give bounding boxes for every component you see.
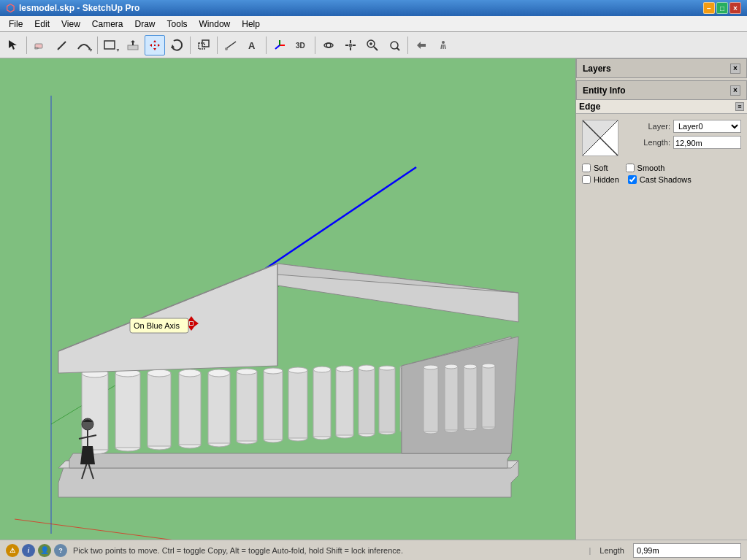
smooth-label: Smooth <box>637 164 665 172</box>
svg-line-88 <box>58 264 277 351</box>
pencil-tool-button[interactable] <box>52 35 72 55</box>
svg-rect-17 <box>199 43 204 49</box>
pan-tool-button[interactable] <box>340 35 361 55</box>
svg-point-70 <box>313 367 331 372</box>
window-title: lesmodel.skp - SketchUp Pro <box>19 3 139 13</box>
measurement-label: Length <box>599 546 624 555</box>
svg-marker-111 <box>184 320 189 327</box>
info-icon[interactable]: i <box>22 544 35 557</box>
svg-text:3D: 3D <box>296 42 305 50</box>
svg-point-44 <box>82 445 108 454</box>
svg-rect-57 <box>208 373 230 443</box>
hidden-checkbox[interactable] <box>582 175 591 184</box>
zoom-extents-button[interactable] <box>384 35 405 55</box>
scale-tool-button[interactable] <box>194 35 214 55</box>
menu-bar: File Edit View Camera Draw Tools Window … <box>0 16 747 32</box>
svg-point-93 <box>424 365 438 369</box>
rotate-tool-button[interactable] <box>166 35 187 55</box>
svg-point-77 <box>379 430 395 434</box>
edge-scroll-button[interactable]: ≡ <box>735 102 744 111</box>
menu-camera[interactable]: Camera <box>86 18 129 31</box>
svg-line-107 <box>88 461 93 479</box>
svg-point-49 <box>115 369 140 377</box>
svg-text:On Blue Axis: On Blue Axis <box>134 321 180 330</box>
warning-icon[interactable]: ⚠ <box>6 544 19 557</box>
menu-file[interactable]: File <box>3 18 28 31</box>
smooth-checkbox[interactable] <box>626 164 635 172</box>
svg-point-73 <box>336 366 353 372</box>
svg-point-53 <box>179 441 201 448</box>
svg-point-27 <box>326 43 331 47</box>
3dtext-tool-button[interactable]: 3D <box>291 35 312 55</box>
help-icon[interactable]: ? <box>54 544 67 557</box>
svg-marker-85 <box>58 264 518 351</box>
svg-point-20 <box>225 47 228 50</box>
svg-text:▼: ▼ <box>115 47 119 52</box>
entity-info-header[interactable]: Entity Info × <box>576 81 747 100</box>
svg-rect-54 <box>179 373 201 445</box>
svg-line-106 <box>82 461 88 479</box>
close-button[interactable]: × <box>729 2 741 14</box>
cast-shadows-checkbox[interactable] <box>628 175 637 184</box>
svg-point-55 <box>179 369 201 377</box>
menu-edit[interactable]: Edit <box>28 18 55 31</box>
menu-window[interactable]: Window <box>194 18 237 31</box>
svg-point-59 <box>237 438 257 444</box>
menu-help[interactable]: Help <box>236 18 266 31</box>
length-value[interactable]: 12,90m <box>673 136 741 149</box>
prev-view-button[interactable] <box>411 35 432 55</box>
pushpull-tool-button[interactable] <box>123 35 143 55</box>
entity-info-close[interactable]: × <box>730 85 740 96</box>
arc-tool-dropdown[interactable]: ▼ <box>74 35 94 55</box>
menu-view[interactable]: View <box>55 18 86 31</box>
temple-scene: On Blue Axis <box>0 58 575 540</box>
svg-rect-95 <box>445 367 458 430</box>
menu-tools[interactable]: Tools <box>161 18 194 31</box>
title-bar: ⬡ lesmodel.skp - SketchUp Pro − □ × <box>0 0 747 16</box>
layers-panel-close[interactable]: × <box>730 64 740 74</box>
layer-select[interactable]: Layer0 <box>673 120 741 133</box>
svg-line-116 <box>583 120 618 156</box>
svg-line-39 <box>15 519 402 540</box>
title-bar-left: ⬡ lesmodel.skp - SketchUp Pro <box>6 2 139 14</box>
text-tool-button[interactable]: A <box>242 35 263 55</box>
svg-marker-90 <box>402 337 518 453</box>
svg-rect-15 <box>154 45 156 46</box>
svg-rect-98 <box>464 367 477 429</box>
menu-draw[interactable]: Draw <box>129 18 161 31</box>
select-tool-button[interactable] <box>3 35 23 55</box>
soft-checkbox[interactable] <box>582 164 591 172</box>
svg-marker-10 <box>131 40 135 42</box>
title-bar-controls: − □ × <box>703 2 741 14</box>
svg-rect-81 <box>400 367 415 431</box>
toolbar-sep-4 <box>217 37 218 54</box>
svg-marker-87 <box>58 264 277 373</box>
soft-label: Soft <box>594 164 608 172</box>
length-label: Length: <box>630 138 670 147</box>
move-tool-button[interactable] <box>145 35 165 55</box>
soft-smooth-row: Soft Smooth <box>579 162 744 174</box>
svg-line-34 <box>397 47 399 50</box>
svg-point-100 <box>482 425 495 429</box>
walkthrough-button[interactable] <box>433 35 453 55</box>
eraser-tool-button[interactable]: ✏ <box>30 35 50 55</box>
svg-line-86 <box>197 167 416 315</box>
measurement-input[interactable] <box>633 543 741 558</box>
svg-point-36 <box>442 41 445 44</box>
status-icons: ⚠ i 👤 ? <box>6 544 67 557</box>
tape-tool-button[interactable] <box>221 35 241 55</box>
user-icon[interactable]: 👤 <box>38 544 51 557</box>
main-area: On Blue Axis Layers × Entity Info × Edge… <box>0 58 747 540</box>
svg-point-65 <box>288 435 307 441</box>
axes-tool-button[interactable] <box>269 35 290 55</box>
orbit-tool-button[interactable] <box>318 35 339 55</box>
viewport[interactable]: On Blue Axis <box>0 58 575 540</box>
maximize-button[interactable]: □ <box>716 2 728 14</box>
zoom-tool-button[interactable] <box>362 35 383 55</box>
rectangle-tool-dropdown[interactable]: ▼ <box>101 35 121 55</box>
svg-rect-72 <box>336 369 353 435</box>
minimize-button[interactable]: − <box>703 2 715 14</box>
layers-panel-header[interactable]: Layers × <box>576 59 747 78</box>
svg-rect-48 <box>115 373 140 448</box>
svg-point-80 <box>400 429 415 433</box>
